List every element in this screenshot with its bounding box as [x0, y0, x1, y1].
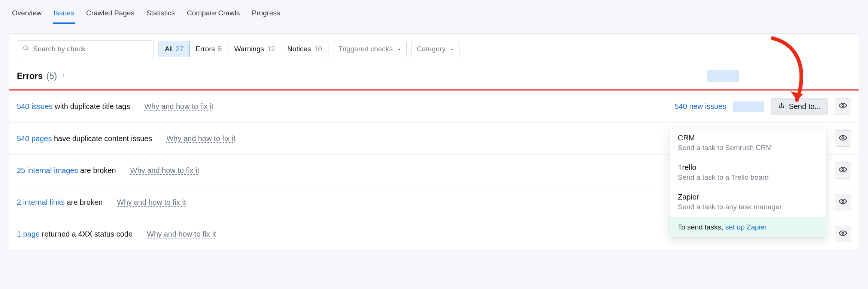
toolbar: All 27 Errors 5 Warnings 12 Notices 10 T…	[9, 34, 859, 64]
filter-count: 27	[176, 45, 183, 53]
send-to-button[interactable]: Send to...	[771, 98, 828, 115]
filter-label: All	[165, 45, 173, 53]
issue-rest: with duplicate title tags	[53, 102, 130, 110]
filter-count: 10	[314, 45, 322, 53]
row-actions	[835, 130, 851, 147]
filter-label: Errors	[195, 45, 215, 53]
popup-item-sub: Send a task to a Trello board	[678, 173, 818, 182]
nav-statistics[interactable]: Statistics	[146, 6, 176, 24]
eye-icon	[839, 197, 847, 207]
issue-rest: returned a 4XX status code	[40, 230, 133, 238]
filter-count: 5	[218, 45, 222, 53]
filter-errors[interactable]: Errors 5	[189, 41, 228, 57]
row-actions: 540 new issues Send to...	[675, 98, 852, 115]
issue-link[interactable]: 540 issues	[17, 102, 53, 110]
filter-all[interactable]: All 27	[158, 41, 190, 57]
row-actions	[835, 162, 851, 179]
row-actions	[835, 194, 851, 210]
issue-link[interactable]: 540 pages	[17, 134, 52, 143]
triggered-checks-dropdown[interactable]: Triggered checks	[333, 41, 407, 57]
svg-point-5	[842, 200, 844, 203]
visibility-button[interactable]	[835, 194, 851, 210]
issue-link[interactable]: 2 internal links	[17, 198, 65, 206]
fix-link[interactable]: Why and how to fix it	[147, 230, 216, 238]
chevron-down-icon	[397, 47, 401, 51]
visibility-button[interactable]	[835, 130, 851, 147]
issue-rest: are broken	[65, 198, 103, 206]
nav-issues[interactable]: Issues	[53, 6, 75, 24]
filter-count: 12	[267, 45, 275, 53]
visibility-button[interactable]	[835, 226, 851, 242]
popup-item-zapier[interactable]: Zapier Send a task to any task manager	[670, 188, 826, 217]
popup-item-sub: Send a task to Semrush CRM	[678, 144, 818, 152]
send-to-popup: CRM Send a task to Semrush CRM Trello Se…	[669, 128, 826, 238]
issue-text: 25 internal images are broken	[17, 166, 116, 175]
issue-text: 540 issues with duplicate title tags	[17, 102, 130, 111]
issue-row: 540 issues with duplicate title tags Why…	[9, 91, 859, 123]
issue-link[interactable]: 25 internal images	[17, 166, 78, 174]
fix-link[interactable]: Why and how to fix it	[166, 134, 236, 143]
issue-text: 2 internal links are broken	[17, 198, 103, 207]
eye-icon	[839, 165, 847, 176]
section-count: (5)	[46, 71, 57, 81]
nav-compare-crawls[interactable]: Compare Crawls	[186, 6, 240, 24]
filter-group: All 27 Errors 5 Warnings 12 Notices 10	[158, 41, 328, 57]
chevron-down-icon	[449, 47, 454, 51]
top-nav: Overview Issues Crawled Pages Statistics…	[0, 0, 868, 24]
search-box[interactable]	[17, 40, 154, 57]
visibility-button[interactable]	[835, 98, 851, 115]
filter-warnings[interactable]: Warnings 12	[228, 41, 282, 57]
new-issues-link[interactable]: 540 new issues	[675, 102, 726, 111]
nav-progress[interactable]: Progress	[251, 6, 281, 24]
filter-notices[interactable]: Notices 10	[281, 41, 328, 57]
popup-item-sub: Send a task to any task manager	[678, 203, 818, 211]
fix-link[interactable]: Why and how to fix it	[144, 102, 213, 111]
filter-label: Notices	[287, 45, 311, 53]
svg-point-0	[24, 46, 28, 50]
issue-text: 540 pages have duplicate content issues	[17, 134, 152, 143]
eye-icon	[839, 134, 847, 144]
issue-text: 1 page returned a 4XX status code	[17, 230, 133, 238]
row-actions	[835, 226, 851, 242]
issue-rest: have duplicate content issues	[52, 134, 152, 143]
filter-label: Warnings	[234, 45, 264, 53]
popup-item-title: Zapier	[678, 193, 818, 201]
fix-link[interactable]: Why and how to fix it	[130, 166, 200, 175]
search-icon	[22, 45, 29, 53]
issues-panel: All 27 Errors 5 Warnings 12 Notices 10 T…	[9, 33, 859, 250]
search-input[interactable]	[33, 45, 148, 53]
setup-zapier-link[interactable]: set up Zapier	[725, 223, 767, 231]
eye-icon	[839, 101, 847, 112]
errors-section-header: Errors (5) i	[9, 64, 859, 89]
send-to-label: Send to...	[789, 102, 821, 111]
popup-footer: To send tasks, set up Zapier	[670, 217, 826, 237]
svg-point-4	[842, 168, 844, 171]
dropdown-label: Category	[417, 45, 446, 53]
svg-point-3	[842, 137, 844, 139]
redacted-chip	[707, 70, 739, 82]
popup-item-title: Trello	[678, 163, 818, 172]
svg-point-2	[842, 104, 844, 107]
share-icon	[778, 102, 785, 111]
svg-line-1	[27, 49, 28, 50]
info-icon[interactable]: i	[62, 72, 64, 80]
category-dropdown[interactable]: Category	[411, 41, 459, 57]
visibility-button[interactable]	[835, 162, 851, 179]
nav-overview[interactable]: Overview	[11, 6, 42, 24]
dropdown-label: Triggered checks	[339, 45, 393, 53]
popup-item-title: CRM	[678, 134, 818, 142]
redacted-chip	[733, 101, 764, 112]
fix-link[interactable]: Why and how to fix it	[117, 198, 186, 207]
popup-item-trello[interactable]: Trello Send a task to a Trello board	[670, 158, 826, 188]
popup-item-crm[interactable]: CRM Send a task to Semrush CRM	[670, 128, 826, 158]
issue-link[interactable]: 1 page	[17, 230, 40, 238]
nav-crawled-pages[interactable]: Crawled Pages	[85, 6, 135, 24]
eye-icon	[839, 229, 847, 239]
svg-point-6	[842, 232, 844, 234]
popup-footer-text: To send tasks,	[678, 223, 725, 231]
section-title: Errors	[17, 71, 43, 81]
issue-rest: are broken	[78, 166, 116, 174]
